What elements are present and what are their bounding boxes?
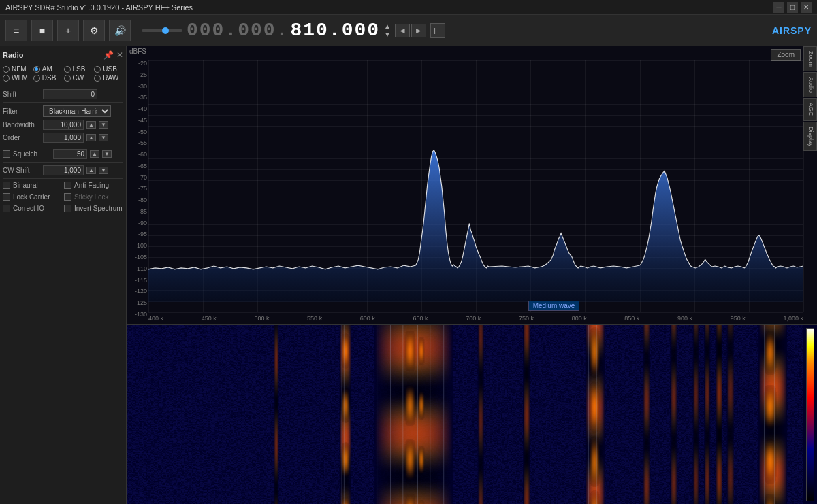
x-axis: 400 k 450 k 500 k 550 k 600 k 650 k 700 … bbox=[148, 312, 803, 324]
settings-button[interactable]: ⚙ bbox=[83, 20, 105, 41]
freq-lr-arrows: ◄ ► bbox=[395, 24, 426, 37]
squelch-checkbox[interactable] bbox=[3, 150, 10, 158]
mode-am-radio[interactable] bbox=[33, 66, 40, 73]
cwshift-down-button[interactable]: ▼ bbox=[99, 167, 108, 174]
cwshift-up-button[interactable]: ▲ bbox=[86, 167, 96, 174]
audio-tab[interactable]: Audio bbox=[803, 72, 817, 97]
mode-wfm-radio[interactable] bbox=[3, 75, 10, 82]
cw-shift-input[interactable] bbox=[43, 165, 84, 175]
anti-fading-row: Anti-Fading bbox=[64, 182, 123, 189]
binaural-row: Binaural bbox=[3, 182, 62, 189]
mode-nfm-radio[interactable] bbox=[3, 66, 10, 73]
stop-button[interactable]: ■ bbox=[31, 20, 53, 41]
zoom-tab[interactable]: Zoom bbox=[803, 46, 817, 71]
display-tab[interactable]: Display bbox=[803, 122, 817, 152]
y-label-115: -115 bbox=[127, 277, 148, 284]
pin-icon[interactable]: 📌 bbox=[103, 50, 114, 60]
mode-lsb-radio[interactable] bbox=[64, 66, 71, 73]
lock-carrier-row: Lock Carrier bbox=[3, 193, 62, 201]
spectrum-svg bbox=[148, 60, 803, 302]
y-label-105: -105 bbox=[127, 254, 148, 261]
mode-cw-radio[interactable] bbox=[64, 75, 71, 82]
order-down-button[interactable]: ▼ bbox=[99, 134, 108, 141]
sidebar-header-icons: 📌 ✕ bbox=[103, 50, 123, 60]
order-label: Order bbox=[3, 134, 40, 141]
freq-left-button[interactable]: ◄ bbox=[395, 24, 410, 37]
lock-carrier-checkbox[interactable] bbox=[3, 193, 10, 201]
y-label-75: -75 bbox=[127, 185, 148, 192]
y-label-80: -80 bbox=[127, 197, 148, 203]
freq-down-button[interactable]: ▼ bbox=[384, 31, 391, 39]
bandwidth-up-button[interactable]: ▲ bbox=[86, 121, 96, 129]
invert-spectrum-checkbox[interactable] bbox=[64, 205, 71, 212]
mode-cw[interactable]: CW bbox=[64, 74, 93, 82]
x-label-700k: 700 k bbox=[466, 315, 481, 322]
order-input[interactable] bbox=[43, 133, 84, 143]
mode-am[interactable]: AM bbox=[33, 65, 63, 73]
filter-select[interactable]: Blackman-Harris Hamming Hanning bbox=[43, 105, 111, 117]
mode-usb[interactable]: USB bbox=[94, 65, 123, 73]
x-label-600k: 600 k bbox=[360, 315, 375, 322]
close-button[interactable]: ✕ bbox=[801, 2, 812, 13]
squelch-up-button[interactable]: ▲ bbox=[90, 150, 99, 158]
filter-row: Filter Blackman-Harris Hamming Hanning bbox=[3, 105, 123, 117]
y-label-30: -30 bbox=[127, 83, 148, 90]
bandwidth-down-button[interactable]: ▼ bbox=[99, 121, 108, 129]
freq-dot-indicator bbox=[162, 27, 169, 34]
correct-iq-checkbox[interactable] bbox=[3, 205, 10, 212]
color-scale bbox=[806, 328, 814, 501]
titlebar-title: AIRSPY SDR# Studio v1.0.0.1920 - AIRSPY … bbox=[5, 3, 193, 12]
anti-fading-checkbox[interactable] bbox=[64, 182, 71, 189]
sidebar-header: Radio 📌 ✕ bbox=[3, 49, 123, 61]
squelch-down-button[interactable]: ▼ bbox=[102, 150, 112, 158]
freq-pin-button[interactable]: ⊢ bbox=[430, 23, 445, 38]
x-label-450k: 450 k bbox=[202, 315, 217, 322]
freq-right-button[interactable]: ► bbox=[411, 24, 426, 37]
shift-input[interactable] bbox=[43, 89, 97, 99]
mode-nfm[interactable]: NFM bbox=[3, 65, 32, 73]
order-row: Order ▲ ▼ bbox=[3, 133, 123, 143]
y-label-125: -125 bbox=[127, 299, 148, 306]
order-up-button[interactable]: ▲ bbox=[86, 134, 96, 141]
mode-raw-radio[interactable] bbox=[94, 75, 101, 82]
zoom-button[interactable]: Zoom bbox=[771, 49, 801, 61]
mode-lsb[interactable]: LSB bbox=[64, 65, 93, 73]
frequency-display: 000.000. 810.000 ▲ ▼ ◄ ► ⊢ bbox=[142, 20, 445, 41]
squelch-input[interactable] bbox=[53, 149, 87, 159]
agc-tab[interactable]: AGC bbox=[803, 98, 817, 121]
filter-label: Filter bbox=[3, 107, 40, 115]
sticky-lock-row: Sticky Lock bbox=[64, 193, 123, 201]
mode-grid: NFM AM LSB USB WFM DSB bbox=[3, 65, 123, 82]
minimize-button[interactable]: ─ bbox=[773, 2, 784, 13]
x-label-850k: 850 k bbox=[624, 315, 639, 322]
audio-button[interactable]: 🔊 bbox=[109, 20, 131, 41]
sidebar-close-icon[interactable]: ✕ bbox=[116, 50, 123, 60]
anti-fading-label: Anti-Fading bbox=[74, 182, 109, 189]
squelch-row: Squelch ▲ ▼ bbox=[3, 149, 123, 159]
y-label-95: -95 bbox=[127, 231, 148, 237]
add-button[interactable]: + bbox=[57, 20, 79, 41]
mode-raw-label: RAW bbox=[103, 74, 118, 82]
mode-dsb[interactable]: DSB bbox=[33, 74, 63, 82]
right-panel: Zoom Audio AGC Display dBFS Zoom -20 -25… bbox=[127, 46, 817, 504]
sticky-lock-checkbox[interactable] bbox=[64, 193, 71, 201]
y-label-120: -120 bbox=[127, 288, 148, 295]
mode-raw[interactable]: RAW bbox=[94, 74, 123, 82]
divider-1 bbox=[3, 86, 123, 86]
divider-5 bbox=[3, 178, 123, 179]
cw-shift-label: CW Shift bbox=[3, 167, 40, 174]
binaural-checkbox[interactable] bbox=[3, 182, 10, 189]
mode-usb-radio[interactable] bbox=[94, 66, 101, 73]
sidebar: Radio 📌 ✕ NFM AM LSB USB bbox=[0, 46, 127, 504]
main-content: Radio 📌 ✕ NFM AM LSB USB bbox=[0, 46, 817, 504]
mode-wfm[interactable]: WFM bbox=[3, 74, 32, 82]
y-label-40: -40 bbox=[127, 105, 148, 112]
bandwidth-input[interactable] bbox=[43, 120, 84, 130]
dbfs-label: dBFS bbox=[129, 48, 146, 55]
freq-up-button[interactable]: ▲ bbox=[384, 22, 391, 31]
menu-button[interactable]: ≡ bbox=[5, 20, 27, 41]
airspy-logo: AIRSPY bbox=[772, 25, 812, 36]
mode-dsb-radio[interactable] bbox=[33, 75, 40, 82]
shift-label: Shift bbox=[3, 90, 40, 98]
maximize-button[interactable]: □ bbox=[787, 2, 798, 13]
